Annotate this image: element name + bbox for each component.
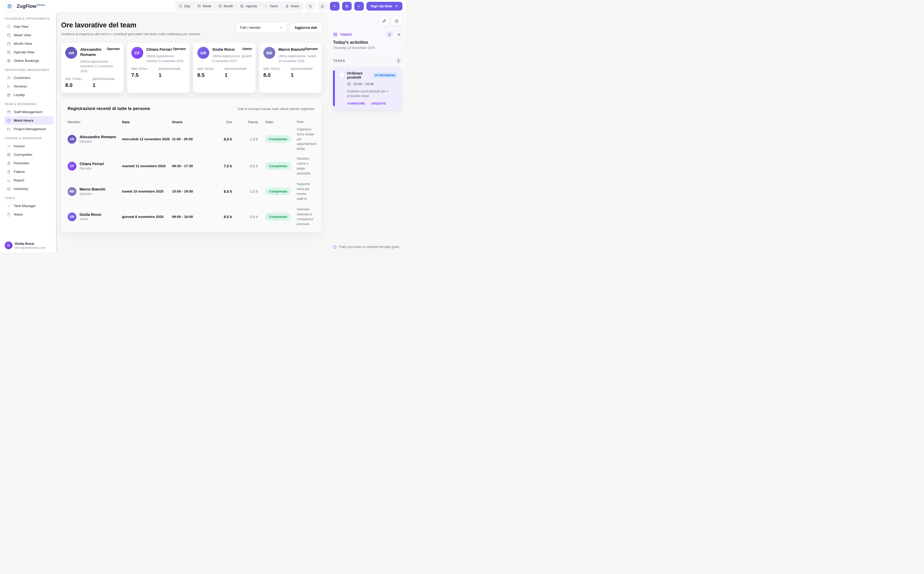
tasks-button[interactable] bbox=[354, 2, 364, 11]
hours-cell: 8.0 h bbox=[208, 189, 232, 194]
note-cell: Sessioni colore e piega avanzata. bbox=[297, 156, 315, 176]
member-filter-select[interactable]: Tutti i membri bbox=[236, 22, 287, 33]
add-button[interactable] bbox=[330, 2, 340, 11]
table-row-chiara-ferrari[interactable]: CF Chiara FerrariOperator martedì 11 nov… bbox=[62, 153, 321, 179]
member-role: Admin bbox=[79, 218, 101, 221]
sidebar-item-report[interactable]: Report bbox=[4, 176, 54, 184]
view-switcher: DayWeekMonthAgendaTasksNotes bbox=[175, 2, 303, 11]
calculator-icon bbox=[7, 153, 11, 157]
sidebar-item-online-bookings[interactable]: Online Bookings bbox=[4, 57, 54, 65]
check-icon bbox=[357, 4, 361, 8]
progress-circle-icon bbox=[333, 245, 336, 249]
sidebar-item-fatture-label: Fatture bbox=[14, 170, 25, 173]
sidebar-item-inventory[interactable]: Inventory bbox=[4, 184, 54, 193]
sidebar-item-fatture[interactable]: Fatture bbox=[4, 167, 54, 176]
view-month-button[interactable]: Month bbox=[215, 2, 237, 11]
table-head: Registrazioni recenti di tutte le person… bbox=[62, 106, 321, 111]
registrations-value: 1 bbox=[291, 72, 318, 78]
sidebar-item-report-label: Report bbox=[14, 178, 24, 182]
view-day-label: Day bbox=[184, 4, 190, 8]
table-row-alessandro-romano[interactable]: AR Alessandro RomanoOperator mercoledì 1… bbox=[62, 125, 321, 153]
break-cell: 1.0 h bbox=[232, 189, 258, 194]
scissors-icon bbox=[7, 84, 11, 88]
atom-icon bbox=[6, 3, 13, 9]
app-logo[interactable] bbox=[5, 2, 14, 11]
sidebar-item-day-view[interactable]: Day View bbox=[4, 22, 54, 31]
avatar: AR bbox=[65, 47, 77, 59]
close-panel-button[interactable] bbox=[396, 32, 401, 37]
sidebar-scrollbar[interactable] bbox=[56, 13, 57, 251]
user-email: demo@studiodemo.com bbox=[15, 246, 46, 249]
task-time-range: 10:00 – 10:30 bbox=[353, 82, 374, 86]
users-icon bbox=[7, 76, 11, 80]
check-icon bbox=[7, 204, 11, 208]
status-badge: Completato bbox=[265, 162, 291, 170]
sidebar-item-incassi[interactable]: Incassi bbox=[4, 142, 54, 150]
sidebar-item-staff-management[interactable]: Staff Management bbox=[4, 108, 54, 116]
role-badge: Operator bbox=[305, 47, 318, 51]
today-title: Today's activities bbox=[333, 40, 401, 45]
sign-up-button[interactable]: Sign Up Now bbox=[366, 2, 403, 11]
sidebar-section-team-resources: TEAM & RESOURCES bbox=[5, 102, 54, 106]
sidebar-item-customers[interactable]: Customers bbox=[4, 74, 54, 82]
avatar: MB bbox=[263, 47, 275, 59]
member-name: Giulia Rossi bbox=[79, 213, 101, 217]
status-cell: Completato bbox=[258, 162, 297, 170]
notifications-button[interactable] bbox=[318, 2, 327, 11]
time-button[interactable] bbox=[392, 16, 401, 26]
folder-open-icon bbox=[7, 127, 11, 131]
card-stats: ORE TOTALI8.0 REGISTRAZIONI1 bbox=[65, 78, 120, 88]
sidebar-item-notes[interactable]: Notes bbox=[4, 210, 54, 219]
gift-icon bbox=[7, 93, 11, 97]
sidebar-item-services[interactable]: Services bbox=[4, 82, 54, 91]
menu-button[interactable] bbox=[342, 2, 352, 11]
recent-registrations-card: Registrazioni recenti di tutte le person… bbox=[61, 99, 322, 232]
sidebar-item-work-hours[interactable]: Work Hours bbox=[4, 116, 54, 125]
search-button[interactable] bbox=[306, 2, 315, 11]
total-hours-label: ORE TOTALI bbox=[197, 68, 225, 70]
file-text-icon bbox=[7, 170, 11, 174]
break-cell: 1.0 h bbox=[232, 137, 258, 141]
break-cell: 0.5 h bbox=[232, 215, 258, 219]
total-hours-value: 8.0 bbox=[263, 72, 291, 78]
sidebar-item-task-manager[interactable]: Task Manager bbox=[4, 202, 54, 210]
today-label: TODAY bbox=[340, 33, 352, 36]
sidebar-item-corrispettivi-label: Corrispettivi bbox=[14, 153, 32, 156]
sidebar-item-preventivi[interactable]: Preventivi bbox=[4, 159, 54, 167]
status-cell: Completato bbox=[258, 136, 297, 143]
view-week-button[interactable]: Week bbox=[194, 2, 215, 11]
sidebar-item-work-hours-label: Work Hours bbox=[14, 118, 33, 122]
table-hint: Dati di esempio basati sulle ultime atti… bbox=[238, 107, 315, 111]
task-checkbox[interactable] bbox=[339, 73, 344, 78]
card-stats: ORE TOTALI8.0 REGISTRAZIONI1 bbox=[263, 68, 318, 78]
user-name: Giulia Rossi bbox=[15, 242, 46, 246]
time-range-cell: 10:00 - 19:00 bbox=[172, 189, 208, 193]
view-tasks-button[interactable]: Tasks bbox=[261, 2, 282, 11]
refresh-data-button[interactable]: Aggiorna dati bbox=[290, 22, 322, 33]
sidebar-user[interactable]: G Giulia Rossi demo@studiodemo.com bbox=[4, 240, 54, 250]
summary-card-marco-bianchi: Operator MB Marco Bianchi Ultima registr… bbox=[259, 43, 322, 93]
table-row-giulia-rossi[interactable]: GR Giulia RossiAdmin giovedì 6 novembre … bbox=[62, 204, 321, 230]
sidebar-item-week-view[interactable]: Week View bbox=[4, 31, 54, 39]
package-icon bbox=[7, 187, 11, 191]
card-stats: ORE TOTALI7.5 REGISTRAZIONI1 bbox=[131, 68, 186, 78]
table-row-marco-bianchi[interactable]: MB Marco BianchiOperator lunedì 10 novem… bbox=[62, 179, 321, 204]
hours-cell: 8.5 h bbox=[208, 215, 232, 219]
measure-button[interactable] bbox=[379, 16, 389, 26]
view-agenda-button[interactable]: Agenda bbox=[237, 2, 261, 11]
plus-icon bbox=[333, 4, 336, 8]
view-notes-button[interactable]: Notes bbox=[282, 2, 303, 11]
sidebar-section-calendar-appointments: CALENDAR & APPOINTMENTS bbox=[5, 17, 54, 20]
sidebar-item-agenda-view[interactable]: Agenda View bbox=[4, 48, 54, 57]
sidebar-item-corrispettivi[interactable]: Corrispettivi bbox=[4, 150, 54, 159]
view-day-button[interactable]: Day bbox=[175, 2, 194, 11]
sidebar-item-task-manager-label: Task Manager bbox=[14, 204, 36, 208]
sidebar-item-project-management[interactable]: Project Management bbox=[4, 125, 54, 133]
column-header-data: Data bbox=[122, 120, 172, 124]
sidebar-item-loyalty[interactable]: Loyalty bbox=[4, 91, 54, 99]
total-hours-label: ORE TOTALI bbox=[263, 68, 291, 70]
task-card[interactable]: Ordinare prodotti IN PROGRESS 10:00 – 10… bbox=[333, 67, 401, 109]
sidebar-item-month-view[interactable]: Month View bbox=[4, 39, 54, 48]
calendar-icon bbox=[218, 5, 222, 8]
globe-icon bbox=[7, 59, 11, 63]
